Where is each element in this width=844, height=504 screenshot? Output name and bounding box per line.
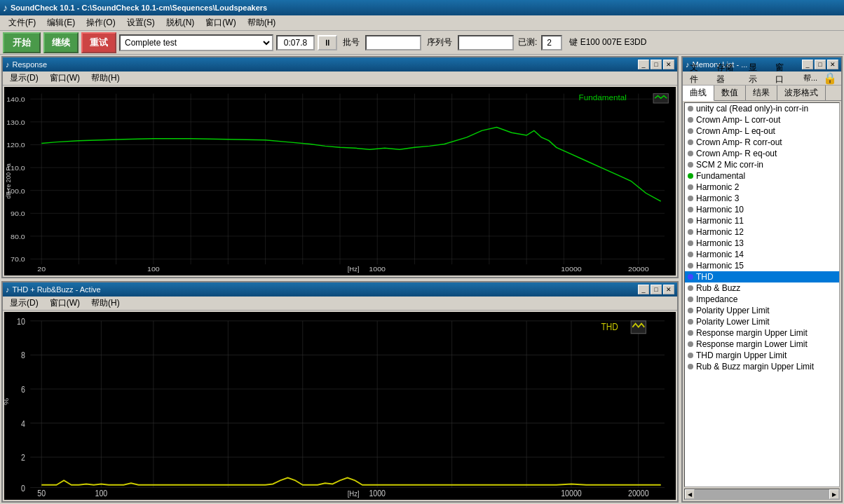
memory-list-item[interactable]: THD margin Upper Limit [685, 350, 839, 361]
memory-list-item[interactable]: Crown Amp- L eq-out [685, 125, 839, 137]
thd-menu-display[interactable]: 显示(D) [4, 296, 44, 311]
memory-dot [688, 162, 693, 168]
memory-item-label: Fundamental [696, 171, 745, 181]
svg-rect-43 [4, 312, 676, 500]
memory-list-item[interactable]: Response margin Lower Limit [685, 339, 839, 350]
menu-edit[interactable]: 编辑(E) [41, 15, 81, 30]
svg-text:20000: 20000 [628, 488, 649, 498]
memory-dot [688, 196, 693, 201]
main-content: ♪ Response _ □ ✕ 显示(D) 窗口(W) 帮助(H) [0, 55, 844, 504]
memory-item-label: Impedance [696, 294, 737, 304]
menu-file[interactable]: 文件(F) [3, 15, 41, 30]
memory-item-label: Response margin Lower Limit [696, 339, 808, 349]
menu-settings[interactable]: 设置(S) [121, 15, 161, 30]
memory-list-item[interactable]: Polarity Upper Limit [685, 305, 839, 316]
memory-list-item[interactable]: THD [685, 271, 839, 282]
thd-close[interactable]: ✕ [663, 285, 674, 294]
memory-menu-help[interactable]: 帮... [798, 71, 823, 85]
memory-scroll-horizontal[interactable]: ◀ ▶ [684, 489, 840, 500]
sequence-dropdown[interactable]: Complete test [119, 34, 273, 51]
memory-item-label: Crown Amp- L corr-out [696, 115, 780, 125]
memory-list-item[interactable]: Rub & Buzz margin Upper Limit [685, 361, 839, 372]
memory-list-item[interactable]: Fundamental [685, 170, 839, 182]
start-button[interactable]: 开始 [3, 32, 41, 53]
response-maximize[interactable]: □ [651, 60, 662, 69]
memory-list[interactable]: unity cal (Read only)-in corr-inCrown Am… [684, 102, 840, 487]
memory-list-item[interactable]: Harmonic 3 [685, 193, 839, 204]
memory-close[interactable]: ✕ [827, 60, 838, 69]
thd-menu-help[interactable]: 帮助(H) [86, 296, 125, 311]
memory-list-item[interactable]: Crown Amp- L corr-out [685, 114, 839, 125]
memory-list-item[interactable]: Harmonic 10 [685, 204, 839, 215]
sequence-container: Complete test [119, 34, 273, 51]
tab-waveform[interactable]: 波形格式 [777, 86, 826, 100]
tab-values[interactable]: 数值 [714, 86, 746, 100]
response-minimize[interactable]: _ [638, 60, 649, 69]
thd-minimize[interactable]: _ [638, 285, 649, 294]
memory-list-item[interactable]: Harmonic 12 [685, 226, 839, 238]
response-menu-window[interactable]: 窗口(W) [44, 71, 86, 86]
memory-item-label: Response margin Upper Limit [696, 328, 808, 338]
key-label: 键 E100 007E E3DD [565, 36, 651, 48]
thd-icon: ♪ [6, 285, 10, 294]
memory-list-item[interactable]: unity cal (Read only)-in corr-in [685, 103, 839, 114]
memory-list-item[interactable]: Impedance [685, 294, 839, 305]
memory-list-item[interactable]: Response margin Upper Limit [685, 327, 839, 339]
memory-menu: 文件(F) 存储器(M) 显示(D) 窗口(W) 帮... 🔒 [683, 71, 841, 86]
svg-text:10000: 10000 [561, 265, 582, 272]
memory-minimize[interactable]: _ [802, 60, 813, 69]
thd-menu-window[interactable]: 窗口(W) [44, 296, 86, 311]
continue-button[interactable]: 继续 [43, 32, 79, 53]
memory-dot [688, 151, 693, 156]
memory-dot [688, 285, 693, 291]
memory-list-item[interactable]: Crown Amp- R corr-out [685, 137, 839, 148]
tab-curves[interactable]: 曲线 [683, 86, 714, 101]
scroll-track[interactable] [695, 489, 829, 499]
svg-text:130.0: 130.0 [6, 118, 25, 125]
memory-dot [688, 106, 693, 111]
svg-text:10000: 10000 [561, 488, 582, 498]
svg-text:%: % [4, 397, 10, 405]
memory-list-item[interactable]: Harmonic 2 [685, 182, 839, 193]
menu-help[interactable]: 帮助(H) [242, 15, 282, 30]
svg-text:20: 20 [37, 265, 46, 272]
measured-label: 已测: [517, 36, 538, 48]
memory-dot [688, 229, 693, 235]
response-menu-help[interactable]: 帮助(H) [86, 71, 125, 86]
app-title: SoundCheck 10.1 - C:\SoundCheck 10.1-cm\… [11, 4, 267, 12]
svg-text:140.0: 140.0 [6, 96, 25, 103]
memory-list-item[interactable]: Harmonic 13 [685, 238, 839, 249]
memory-list-item[interactable]: Rub & Buzz [685, 282, 839, 294]
memory-dot [688, 308, 693, 313]
scroll-left-btn[interactable]: ◀ [685, 489, 695, 499]
thd-maximize[interactable]: □ [651, 285, 662, 294]
svg-text:[Hz]: [Hz] [348, 489, 360, 498]
memory-dot [688, 117, 693, 123]
memory-list-item[interactable]: Harmonic 11 [685, 215, 839, 226]
memory-maximize[interactable]: □ [815, 60, 826, 69]
memory-list-item[interactable]: SCM 2 Mic corr-in [685, 159, 839, 170]
response-close[interactable]: ✕ [663, 60, 674, 69]
memory-item-label: Harmonic 14 [696, 250, 744, 259]
reset-button[interactable]: 重试 [81, 32, 116, 53]
pause-button[interactable]: ⏸ [318, 35, 337, 50]
memory-list-item[interactable]: Crown Amp- R eq-out [685, 148, 839, 159]
scroll-right-btn[interactable]: ▶ [829, 489, 839, 499]
memory-item-label: Harmonic 3 [696, 193, 739, 203]
menu-offline[interactable]: 脱机(N) [161, 15, 200, 30]
tab-results[interactable]: 结果 [746, 86, 777, 100]
response-menu-display[interactable]: 显示(D) [4, 71, 44, 86]
memory-list-item[interactable]: Harmonic 14 [685, 249, 839, 260]
svg-text:10: 10 [17, 315, 25, 325]
memory-dot [688, 319, 693, 325]
serial-input[interactable] [458, 35, 514, 50]
response-title-left: ♪ Response [6, 60, 47, 69]
memory-list-item[interactable]: Polarity Lower Limit [685, 316, 839, 327]
menu-operate[interactable]: 操作(O) [81, 15, 121, 30]
memory-list-item[interactable]: Harmonic 15 [685, 260, 839, 271]
menu-window[interactable]: 窗口(W) [200, 15, 241, 30]
svg-text:Fundamental: Fundamental [579, 94, 627, 102]
svg-text:0: 0 [21, 482, 25, 492]
batch-input[interactable] [365, 35, 421, 50]
thd-title-left: ♪ THD + Rub&Buzz - Active [6, 285, 101, 294]
